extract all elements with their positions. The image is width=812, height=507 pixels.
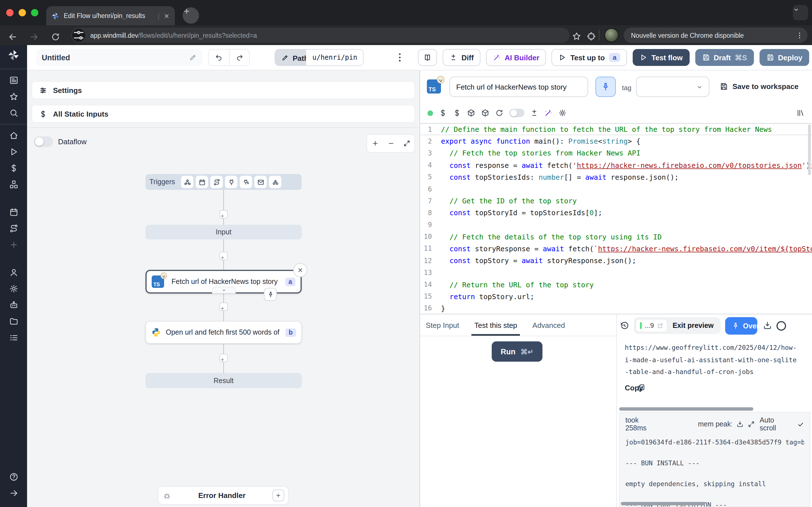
code-line[interactable]: 14 // Return the URL of the top story [420, 279, 812, 290]
pencil-icon[interactable] [189, 54, 197, 61]
browser-tab[interactable]: Edit Flow u/henri/pin_results | [46, 6, 175, 25]
undo-button[interactable] [209, 50, 229, 65]
tab-advanced[interactable]: Advanced [532, 321, 565, 336]
sidebar-item-star[interactable] [4, 89, 23, 105]
code-line[interactable]: 15 return topStory.url; [420, 290, 812, 302]
sidebar-item-calendar[interactable] [4, 204, 23, 220]
maximize-window-button[interactable] [31, 9, 38, 16]
tab-search-button[interactable] [793, 5, 808, 20]
path-group[interactable]: Path u/henri/pin [274, 49, 364, 66]
code-line[interactable]: 5 const topStoriesIds: number[] = await … [420, 171, 812, 183]
download-result-icon[interactable] [763, 321, 772, 330]
sidebar-item-plus[interactable] [4, 237, 23, 253]
sidebar-item-home[interactable] [4, 127, 23, 144]
tab-step-input[interactable]: Step Input [426, 321, 459, 336]
trigger-poll-button[interactable] [269, 176, 282, 188]
sidebar-item-dollar[interactable] [4, 160, 23, 176]
lockfile-button[interactable] [481, 109, 490, 117]
minimize-window-button[interactable] [18, 9, 26, 16]
sidebar-item-user[interactable] [4, 264, 23, 281]
ai-builder-button[interactable]: AI Builder [486, 49, 546, 66]
sidebar-item-search[interactable] [4, 105, 23, 121]
static-inputs-row[interactable]: All Static Inputs [32, 105, 415, 123]
dataflow-toggle[interactable] [34, 136, 53, 147]
expand-logs-icon[interactable] [748, 420, 755, 428]
editor-settings-button[interactable] [558, 109, 567, 117]
site-info-icon[interactable] [72, 29, 85, 42]
pinned-indicator[interactable] [264, 288, 277, 301]
address-bar[interactable]: app.windmill.dev/flows/edit/u/henri/pin_… [71, 27, 569, 43]
clipped-icon[interactable] [776, 321, 786, 330]
variables-button[interactable] [439, 109, 447, 117]
add-step-button[interactable] [219, 354, 228, 362]
package-button[interactable] [467, 109, 475, 117]
zoom-out-button[interactable] [387, 140, 395, 147]
history-icon[interactable] [620, 321, 629, 330]
diff-button[interactable]: Diff [443, 49, 480, 66]
collapse-step-button[interactable] [212, 287, 236, 293]
code-line[interactable]: 13 [420, 267, 812, 279]
library-button[interactable] [796, 109, 805, 117]
external-link-icon[interactable] [657, 323, 663, 329]
run-button[interactable]: Run ⌘↵ [492, 341, 543, 362]
code-line[interactable]: 9 [420, 219, 812, 231]
step-name-input[interactable] [449, 76, 588, 97]
add-step-button[interactable] [219, 302, 228, 311]
reload-button[interactable] [51, 32, 60, 42]
result-node[interactable]: Result [146, 373, 302, 388]
step-node-b[interactable]: Open url and fetch first 500 words of ..… [146, 321, 302, 344]
test-flow-button[interactable]: Test flow [633, 49, 690, 66]
zoom-in-button[interactable] [371, 140, 378, 147]
extensions-icon[interactable] [587, 32, 596, 41]
window-controls[interactable] [6, 9, 38, 16]
triggers-node[interactable]: Triggers [146, 174, 302, 190]
sidebar-item-worker[interactable] [4, 297, 23, 313]
code-line[interactable]: 8 const topStoryId = topStoriesIds[0]; [420, 207, 812, 219]
add-error-handler-button[interactable] [272, 490, 284, 501]
sidebar-item-feed[interactable] [4, 72, 23, 89]
sidebar-item-play[interactable] [4, 144, 23, 160]
resources-button[interactable] [453, 109, 461, 117]
code-line[interactable]: 12 const topStory = await storyResponse.… [420, 255, 812, 267]
settings-row[interactable]: Settings [32, 81, 415, 99]
download-logs-icon[interactable] [736, 420, 743, 428]
add-step-button[interactable] [219, 252, 228, 260]
forward-button[interactable] [29, 32, 39, 42]
profile-avatar[interactable] [605, 28, 619, 42]
error-handler-node[interactable]: Error Handler [158, 486, 289, 505]
back-button[interactable] [8, 32, 17, 42]
trigger-calendar-button[interactable] [196, 176, 208, 188]
horizontal-scrollbar[interactable] [619, 407, 753, 411]
trigger-plug-button[interactable] [225, 176, 238, 188]
draft-button[interactable]: Draft⌘S [695, 49, 754, 66]
new-tab-button[interactable] [183, 7, 199, 24]
diff-mode-button[interactable] [530, 109, 539, 117]
sidebar-item-list[interactable] [4, 330, 23, 346]
step-node-a[interactable]: TS Fetch url of HackerNews top story a [146, 270, 302, 293]
close-tab-icon[interactable] [163, 13, 170, 19]
more-options-button[interactable] [395, 52, 406, 63]
deploy-button[interactable]: Deploy [759, 49, 809, 66]
trigger-webhook-button[interactable] [181, 176, 194, 188]
code-line[interactable]: 11 const storyResponse = await fetch(`ht… [420, 243, 812, 255]
code-line[interactable]: 1// Define the main function to fetch th… [420, 123, 812, 135]
bookmark-icon[interactable] [572, 32, 581, 41]
check-icon[interactable] [797, 420, 804, 428]
sidebar-item-folder[interactable] [4, 313, 23, 330]
sidebar-item-arrow-right[interactable] [4, 485, 23, 501]
add-step-button[interactable] [219, 210, 228, 219]
save-to-workspace-button[interactable]: Save to workspace [719, 82, 799, 91]
sidebar-item-help[interactable] [4, 469, 23, 485]
tag-select[interactable] [636, 76, 709, 97]
trigger-plug-bolt-button[interactable] [240, 176, 252, 188]
editor-toggle[interactable] [509, 109, 524, 117]
windmill-logo[interactable] [7, 49, 20, 61]
input-node[interactable]: Input [146, 225, 302, 239]
job-badge[interactable]: ...9 [636, 319, 667, 332]
pin-step-button[interactable] [596, 76, 616, 97]
flow-name-box[interactable]: Untitled [36, 49, 202, 66]
code-editor[interactable]: 1// Define the main function to fetch th… [420, 123, 812, 314]
chrome-update-button[interactable]: Nouvelle version de Chrome disponible [624, 27, 808, 43]
delete-step-button[interactable] [293, 263, 307, 277]
trigger-route-button[interactable] [211, 176, 223, 188]
